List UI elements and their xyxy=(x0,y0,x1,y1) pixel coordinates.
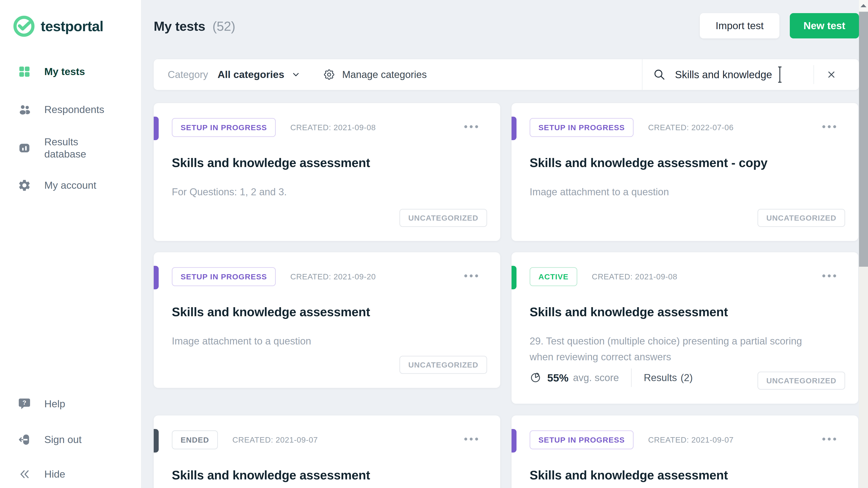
status-badge: SETUP IN PROGRESS xyxy=(172,118,276,137)
sidebar-item-label: Sign out xyxy=(44,433,82,446)
status-badge: SETUP IN PROGRESS xyxy=(530,118,633,137)
sidebar-item-label: My tests xyxy=(44,65,85,78)
search-icon xyxy=(653,68,666,81)
import-test-button[interactable]: Import test xyxy=(700,13,779,38)
stats-divider xyxy=(631,368,631,387)
test-description: For Questions: 1, 2 and 3. xyxy=(172,184,482,200)
sidebar-item-label: Results database xyxy=(44,136,98,160)
status-badge: SETUP IN PROGRESS xyxy=(172,267,276,286)
status-badge: ENDED xyxy=(172,430,218,449)
gear-icon xyxy=(18,179,31,192)
svg-text:?: ? xyxy=(23,399,26,406)
manage-categories-label: Manage categories xyxy=(342,69,427,80)
sign-out-icon xyxy=(18,433,31,447)
sidebar-item-sign-out[interactable]: Sign out xyxy=(0,425,141,454)
test-title: Skills and knowledge assessment xyxy=(172,305,482,319)
help-bubble-icon: ? xyxy=(18,397,31,411)
test-title: Skills and knowledge assessment xyxy=(172,468,482,482)
category-select[interactable]: All categories xyxy=(218,69,301,81)
created-date: CREATED: 2021-09-08 xyxy=(592,272,677,281)
card-menu-button[interactable] xyxy=(462,435,480,443)
category-badge: UNCATEGORIZED xyxy=(757,209,845,227)
sidebar-item-label: Help xyxy=(44,398,65,410)
scroll-up-arrow-icon xyxy=(861,4,866,7)
card-header: SETUP IN PROGRESS CREATED: 2021-09-07 xyxy=(512,416,858,449)
results-count: (2) xyxy=(681,372,693,383)
sidebar-item-label: My account xyxy=(44,179,96,191)
test-title: Skills and knowledge assessment xyxy=(172,155,482,170)
status-badge: ACTIVE xyxy=(530,267,577,286)
text-cursor xyxy=(776,66,783,83)
scrollbar-track[interactable] xyxy=(859,0,868,488)
card-stats: 55% avg. score Results (2) xyxy=(530,368,693,387)
test-description: Image attachment to a question xyxy=(530,184,840,200)
test-card[interactable]: SETUP IN PROGRESS CREATED: 2021-09-07 Sk… xyxy=(512,416,858,488)
sidebar-item-help[interactable]: ? Help xyxy=(0,389,141,419)
card-menu-button[interactable] xyxy=(462,272,480,280)
avg-score-label: avg. score xyxy=(573,372,619,383)
test-description: 29. Test question (multiple choice) pres… xyxy=(530,333,827,365)
results-link[interactable]: Results xyxy=(644,372,677,383)
people-icon xyxy=(18,103,31,116)
grid-icon xyxy=(18,65,31,79)
created-date: CREATED: 2021-09-20 xyxy=(290,272,376,281)
created-date: CREATED: 2022-07-06 xyxy=(648,123,734,132)
card-header: ACTIVE CREATED: 2021-09-08 xyxy=(512,252,858,286)
created-date: CREATED: 2021-09-07 xyxy=(232,435,318,445)
card-header: SETUP IN PROGRESS CREATED: 2022-07-06 xyxy=(512,103,858,137)
brand-wordmark: testportal xyxy=(41,18,103,34)
collapse-icon xyxy=(18,467,31,481)
card-menu-button[interactable] xyxy=(820,123,838,130)
brand-logo[interactable]: testportal xyxy=(12,14,103,38)
category-filter: Category All categories Manage categorie… xyxy=(154,59,642,90)
category-value: All categories xyxy=(218,69,284,81)
test-card[interactable]: SETUP IN PROGRESS CREATED: 2021-09-08 Sk… xyxy=(154,103,500,241)
results-chart-icon xyxy=(18,141,31,155)
page-title: My tests (52) xyxy=(154,19,235,34)
sidebar-item-label: Respondents xyxy=(44,103,104,116)
sidebar-item-my-account[interactable]: My account xyxy=(0,171,141,200)
test-card[interactable]: SETUP IN PROGRESS CREATED: 2021-09-20 Sk… xyxy=(154,252,500,388)
sidebar-item-results-database[interactable]: Results database xyxy=(0,128,141,169)
search-input[interactable]: Skills and knowledge xyxy=(642,59,859,90)
card-menu-button[interactable] xyxy=(462,123,480,130)
test-title: Skills and knowledge assessment xyxy=(530,305,840,319)
sidebar-item-hide[interactable]: Hide xyxy=(0,459,141,488)
card-menu-button[interactable] xyxy=(820,435,838,443)
test-card[interactable]: ENDED CREATED: 2021-09-07 Skills and kno… xyxy=(154,416,500,488)
card-header: SETUP IN PROGRESS CREATED: 2021-09-08 xyxy=(154,103,500,137)
test-card[interactable]: SETUP IN PROGRESS CREATED: 2022-07-06 Sk… xyxy=(512,103,858,241)
card-header: SETUP IN PROGRESS CREATED: 2021-09-20 xyxy=(154,252,500,286)
page-title-count: (52) xyxy=(213,19,235,33)
test-card[interactable]: ACTIVE CREATED: 2021-09-08 Skills and kn… xyxy=(512,252,858,404)
category-label: Category xyxy=(168,69,208,80)
gear-outline-icon xyxy=(323,68,336,81)
sidebar-item-respondents[interactable]: Respondents xyxy=(0,95,141,124)
clear-search-icon[interactable] xyxy=(826,69,837,80)
sidebar: testportal My tests Respondents xyxy=(0,0,141,488)
created-date: CREATED: 2021-09-07 xyxy=(648,435,734,445)
sidebar-item-my-tests[interactable]: My tests xyxy=(0,57,141,86)
app-screen: testportal My tests Respondents xyxy=(0,0,868,488)
category-badge: UNCATEGORIZED xyxy=(399,356,487,374)
search-value: Skills and knowledge xyxy=(675,68,772,81)
test-description: Image attachment to a question xyxy=(172,333,482,349)
scroll-up-button[interactable] xyxy=(859,0,868,11)
scrollbar-thumb[interactable] xyxy=(859,12,868,267)
search-divider xyxy=(813,65,814,84)
logo-check-icon xyxy=(12,14,36,38)
sidebar-item-label: Hide xyxy=(44,468,65,480)
category-badge: UNCATEGORIZED xyxy=(399,209,487,227)
new-test-button[interactable]: New test xyxy=(790,13,859,38)
card-header: ENDED CREATED: 2021-09-07 xyxy=(154,416,500,449)
pie-chart-icon xyxy=(530,372,541,384)
page-title-text: My tests xyxy=(154,19,205,33)
status-badge: SETUP IN PROGRESS xyxy=(530,430,633,449)
chevron-down-icon xyxy=(291,69,301,80)
test-title: Skills and knowledge assessment xyxy=(530,468,840,482)
manage-categories-button[interactable]: Manage categories xyxy=(323,68,427,81)
test-title: Skills and knowledge assessment - copy xyxy=(530,155,840,170)
avg-score-value: 55% xyxy=(547,372,568,384)
card-menu-button[interactable] xyxy=(820,272,838,280)
filter-bar: Category All categories Manage categorie… xyxy=(154,59,859,90)
